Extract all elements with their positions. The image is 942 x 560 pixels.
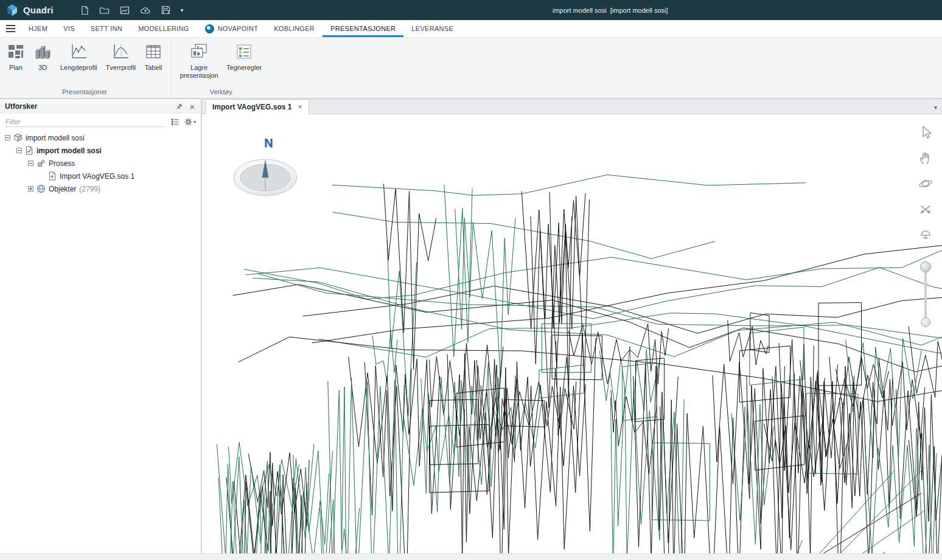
menu-tabs: HJEM VIS SETT INN MODELLERING NOVAPOINT …: [21, 20, 461, 37]
zoom-slider-track[interactable]: [924, 268, 927, 321]
explorer-header: Utforsker ×: [0, 99, 201, 114]
lengdeprofil-button[interactable]: Lengdeprofil: [56, 40, 102, 73]
tegneregler-icon: [235, 43, 253, 61]
tab-leveranse[interactable]: LEVERANSE: [403, 20, 461, 37]
tabell-icon: [144, 43, 162, 61]
tab-vis[interactable]: VIS: [55, 20, 83, 37]
lengdeprofil-icon: [69, 43, 88, 61]
globe-icon: [37, 184, 46, 193]
quadri-logo-icon: [6, 4, 18, 17]
hamburger-menu-icon[interactable]: [0, 20, 21, 37]
tabell-button[interactable]: Tabell: [140, 40, 167, 73]
expand-expander-icon[interactable]: [28, 186, 33, 192]
ribbon-group-verktoy: Lagre presentasjon Tegneregler Verktøy: [176, 40, 266, 97]
zoom-slider[interactable]: [919, 263, 932, 326]
tab-close-icon[interactable]: ×: [298, 103, 302, 111]
3d-button[interactable]: 3D: [29, 40, 56, 73]
tab-hjem[interactable]: HJEM: [21, 20, 55, 37]
document-tab[interactable]: Import VAogVEG.sos 1 ×: [206, 99, 309, 114]
titlebar: Quadri ▾ import modell sosi [import mode…: [0, 0, 942, 20]
explorer-close-icon[interactable]: ×: [188, 102, 196, 111]
plan-button[interactable]: Plan: [2, 40, 29, 73]
quadri-app: Quadri ▾ import modell sosi [import mode…: [0, 0, 942, 560]
save-icon[interactable]: [160, 4, 172, 16]
tab-list-caret-icon[interactable]: ▾: [934, 104, 937, 111]
select-cursor-icon[interactable]: [917, 124, 934, 141]
tab-novapoint[interactable]: NOVAPOINT: [197, 20, 267, 37]
tab-modellering[interactable]: MODELLERING: [130, 20, 197, 37]
tab-sett-inn[interactable]: SETT INN: [83, 20, 130, 37]
filter-input[interactable]: [5, 117, 166, 127]
main-area: Import VAogVEG.sos 1 × ▾ N: [202, 99, 942, 553]
ribbon-group-separator: [171, 41, 172, 95]
3d-viewport[interactable]: N: [202, 114, 942, 553]
new-document-icon[interactable]: [79, 4, 90, 16]
model-tree: import modell sosi import modell sosi Pr…: [0, 129, 201, 553]
task-document-icon: [25, 146, 33, 155]
import-task-icon: [48, 171, 57, 181]
tverrprofil-icon: [111, 43, 130, 61]
ribbon: Plan 3D Lengdeprofil: [0, 38, 942, 99]
workspace: Utforsker × ▾: [0, 99, 942, 553]
plan-icon: [7, 43, 25, 61]
ribbon-group-label-presentasjoner: Presentasjoner: [2, 87, 167, 97]
process-icon: [37, 159, 46, 168]
filter-row: ▾: [0, 114, 201, 129]
fly-icon[interactable]: [917, 201, 934, 218]
tverrprofil-button[interactable]: Tverrprofil: [102, 40, 141, 73]
explorer-panel: Utforsker × ▾: [0, 99, 201, 553]
ribbon-tab-bar: HJEM VIS SETT INN MODELLERING NOVAPOINT …: [0, 20, 942, 38]
orbit-icon[interactable]: [917, 175, 934, 192]
navigation-compass[interactable]: N: [230, 135, 303, 209]
tree-item-objekter[interactable]: Objekter (2799): [0, 182, 201, 195]
expand-tree-icon[interactable]: [170, 117, 180, 126]
collapse-expander-icon[interactable]: [5, 135, 10, 140]
cloud-sync-icon[interactable]: [139, 5, 152, 16]
object-count: (2799): [79, 185, 100, 193]
novapoint-logo-icon: [205, 24, 214, 33]
zoom-slider-knob-top[interactable]: [920, 261, 931, 272]
collapse-expander-icon[interactable]: [28, 161, 33, 166]
archive-icon[interactable]: [119, 5, 131, 16]
window-title: import modell sosi [import modell sosi]: [553, 0, 668, 20]
tab-presentasjoner[interactable]: PRESENTASJONER: [323, 20, 403, 37]
app-name: Quadri: [23, 5, 54, 15]
quick-access-caret-icon[interactable]: ▾: [180, 5, 185, 15]
pan-hand-icon[interactable]: [917, 150, 934, 167]
model-icon: [13, 133, 23, 142]
tree-item-prosess[interactable]: Prosess: [0, 157, 201, 170]
lagre-presentasjon-button[interactable]: Lagre presentasjon: [176, 40, 222, 80]
document-tab-bar: Import VAogVEG.sos 1 × ▾: [202, 99, 942, 114]
tree-item-import-modell[interactable]: import modell sosi: [0, 144, 201, 157]
pin-icon[interactable]: [175, 103, 183, 111]
tree-item-root[interactable]: import modell sosi: [0, 131, 201, 144]
explorer-title: Utforsker: [5, 102, 170, 111]
wireframe-canvas: [202, 114, 942, 553]
tegneregler-button[interactable]: Tegneregler: [222, 40, 266, 73]
open-folder-icon[interactable]: [98, 5, 111, 16]
3d-view-icon: [33, 43, 52, 61]
status-strip: [0, 553, 942, 560]
settings-gear-icon[interactable]: ▾: [184, 117, 196, 126]
collapse-expander-icon[interactable]: [16, 148, 22, 153]
quick-access-toolbar: ▾: [79, 4, 185, 16]
tab-koblinger[interactable]: KOBLINGER: [266, 20, 323, 37]
lagre-presentasjon-icon: [190, 43, 208, 61]
viewport-toolbar: [916, 124, 935, 326]
look-around-icon[interactable]: [917, 226, 934, 243]
tree-item-import-task[interactable]: Import VAogVEG.sos 1: [0, 170, 201, 182]
zoom-slider-knob-bottom[interactable]: [921, 317, 930, 327]
ribbon-group-presentasjoner: Plan 3D Lengdeprofil: [2, 40, 167, 97]
ribbon-group-label-verktoy: Verktøy: [176, 87, 266, 97]
